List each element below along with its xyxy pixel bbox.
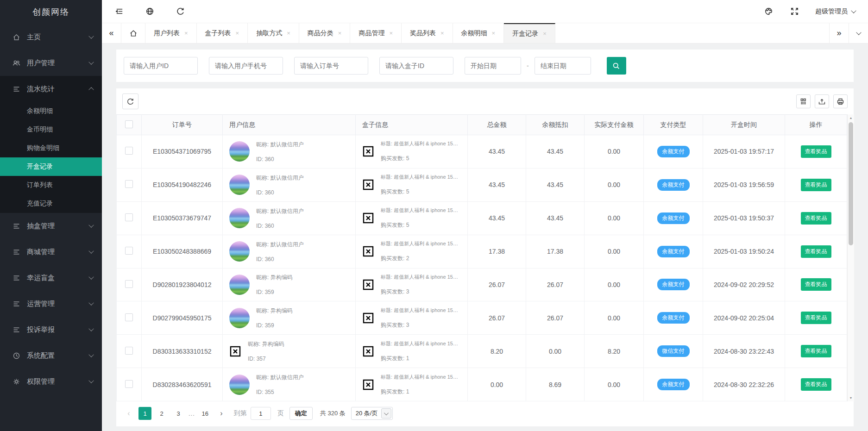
- box-title: 超值新人福利 & iphone 15超容易中 限时抢购↓: [394, 241, 463, 246]
- view-prize-button[interactable]: 查看奖品: [801, 312, 831, 324]
- row-checkbox[interactable]: [125, 280, 133, 288]
- tab-box-list[interactable]: 盒子列表×: [197, 23, 248, 43]
- row-checkbox[interactable]: [125, 380, 133, 388]
- row-checkbox[interactable]: [125, 213, 133, 221]
- sidebar-item-label: 运营管理: [27, 300, 89, 308]
- nickname: 异构编码: [270, 307, 293, 314]
- submenu-label: 开盒记录: [27, 162, 53, 171]
- sidebar-item-operation-mgmt[interactable]: 运营管理: [0, 291, 102, 317]
- view-prize-button[interactable]: 查看奖品: [801, 278, 831, 291]
- sidebar-item-box-mgmt[interactable]: 抽盒管理: [0, 213, 102, 239]
- sidebar-item-user-mgmt[interactable]: 用户管理: [0, 50, 102, 76]
- per-page-select[interactable]: 20 条/页: [351, 407, 393, 420]
- sidebar-item-order-list[interactable]: 订单列表: [0, 176, 102, 194]
- refresh-icon[interactable]: [175, 6, 185, 17]
- view-prize-button[interactable]: 查看奖品: [801, 345, 831, 357]
- clock-icon: [12, 351, 20, 360]
- fullscreen-icon[interactable]: [789, 6, 799, 17]
- close-icon[interactable]: ×: [543, 30, 547, 37]
- start-date-input[interactable]: [465, 57, 521, 75]
- scroll-down-arrow[interactable]: ▼: [848, 394, 854, 401]
- open-time: 2025-01-03 19:50:24: [703, 235, 785, 268]
- sidebar-item-lucky-box[interactable]: 幸运盲盒: [0, 265, 102, 291]
- goto-confirm-button[interactable]: 确定: [289, 407, 313, 420]
- select-arrow-box: [381, 408, 391, 419]
- tab-draw-method[interactable]: 抽取方式×: [248, 23, 299, 43]
- column-settings-button[interactable]: [796, 94, 811, 108]
- filter-bar: -: [116, 50, 854, 82]
- close-icon[interactable]: ×: [338, 30, 342, 37]
- tab-product-category[interactable]: 商品分类×: [299, 23, 351, 43]
- sidebar-item-system-config[interactable]: 系统配置: [0, 343, 102, 369]
- next-page-button[interactable]: ›: [215, 407, 227, 420]
- row-checkbox[interactable]: [125, 313, 133, 321]
- close-icon[interactable]: ×: [236, 30, 239, 37]
- select-all-checkbox[interactable]: [125, 120, 133, 128]
- end-date-input[interactable]: [535, 57, 591, 75]
- refresh-table-button[interactable]: [122, 94, 138, 109]
- sidebar-item-permission-mgmt[interactable]: 权限管理: [0, 369, 102, 394]
- sidebar-item-shopping-gold-detail[interactable]: 购物金明细: [0, 139, 102, 157]
- chevron-down-icon: [88, 59, 94, 64]
- collapse-menu-icon[interactable]: [114, 6, 124, 17]
- sidebar-item-mall-mgmt[interactable]: 商城管理: [0, 239, 102, 265]
- view-prize-button[interactable]: 查看奖品: [801, 378, 831, 391]
- scroll-up-arrow[interactable]: ▲: [848, 114, 854, 121]
- view-prize-button[interactable]: 查看奖品: [801, 245, 831, 258]
- box-title: 超值新人福利 & iphone 15超容易中 限时抢购↓: [394, 274, 463, 280]
- close-icon[interactable]: ×: [389, 30, 393, 37]
- sidebar-item-gold-detail[interactable]: 金币明细: [0, 120, 102, 139]
- prev-page-button[interactable]: ‹: [123, 407, 135, 420]
- tab-product-mgmt[interactable]: 商品管理×: [350, 23, 402, 43]
- print-button[interactable]: [833, 94, 848, 108]
- theme-palette-icon[interactable]: [763, 6, 774, 17]
- row-checkbox[interactable]: [125, 180, 133, 188]
- view-prize-button[interactable]: 查看奖品: [801, 179, 831, 191]
- goto-page-label: 到第: [234, 409, 247, 418]
- admin-user-menu[interactable]: 超级管理员: [815, 7, 856, 16]
- actual-paid: 0.00: [585, 301, 644, 335]
- sidebar-item-flow-stats[interactable]: 流水统计: [0, 76, 102, 102]
- sidebar-item-recharge-records[interactable]: 充值记录: [0, 194, 102, 213]
- tab-balance-detail[interactable]: 余额明细×: [453, 23, 504, 43]
- page-button-2[interactable]: 2: [155, 407, 168, 420]
- box-id-input[interactable]: [379, 57, 453, 75]
- page-button-1[interactable]: 1: [138, 407, 151, 420]
- vertical-scrollbar[interactable]: ▲ ▼: [847, 114, 854, 401]
- tab-user-list[interactable]: 用户列表×: [145, 23, 197, 43]
- sidebar-item-open-box-records[interactable]: 开盒记录: [0, 157, 102, 176]
- page-ellipsis: ...: [189, 410, 195, 417]
- tab-prize-list[interactable]: 奖品列表×: [402, 23, 453, 43]
- phone-input[interactable]: [209, 57, 283, 75]
- goto-page-input[interactable]: [251, 407, 271, 420]
- tabs-menu-button[interactable]: [849, 23, 868, 43]
- tabs-scroll-left-button[interactable]: «: [102, 23, 121, 43]
- view-prize-button[interactable]: 查看奖品: [801, 212, 831, 225]
- tab-home-button[interactable]: [121, 23, 145, 43]
- scrollbar-track[interactable]: [848, 121, 854, 394]
- view-prize-button[interactable]: 查看奖品: [801, 145, 831, 158]
- page-button-3[interactable]: 3: [172, 407, 185, 420]
- user-id-input[interactable]: [124, 57, 198, 75]
- row-checkbox[interactable]: [125, 147, 133, 155]
- row-checkbox[interactable]: [125, 247, 133, 255]
- close-icon[interactable]: ×: [492, 30, 496, 37]
- pay-type-badge: 余额支付: [657, 179, 690, 191]
- order-no: E103054190482246: [142, 168, 223, 201]
- globe-icon[interactable]: [145, 6, 155, 17]
- export-button[interactable]: [815, 94, 829, 108]
- balance-deduct: 26.07: [526, 268, 585, 301]
- order-no-input[interactable]: [294, 57, 368, 75]
- sidebar-item-balance-detail[interactable]: 余额明细: [0, 102, 102, 120]
- page-button-last[interactable]: 16: [199, 407, 212, 420]
- scrollbar-thumb[interactable]: [849, 122, 853, 245]
- close-icon[interactable]: ×: [440, 30, 444, 37]
- row-checkbox[interactable]: [125, 347, 133, 355]
- close-icon[interactable]: ×: [184, 30, 188, 37]
- sidebar-item-home[interactable]: 主页: [0, 24, 102, 50]
- sidebar-item-complaints[interactable]: 投诉举报: [0, 317, 102, 343]
- close-icon[interactable]: ×: [287, 30, 290, 37]
- tabs-scroll-right-button[interactable]: »: [829, 23, 849, 43]
- tab-open-box-records[interactable]: 开盒记录×: [504, 23, 555, 43]
- search-button[interactable]: [607, 57, 626, 75]
